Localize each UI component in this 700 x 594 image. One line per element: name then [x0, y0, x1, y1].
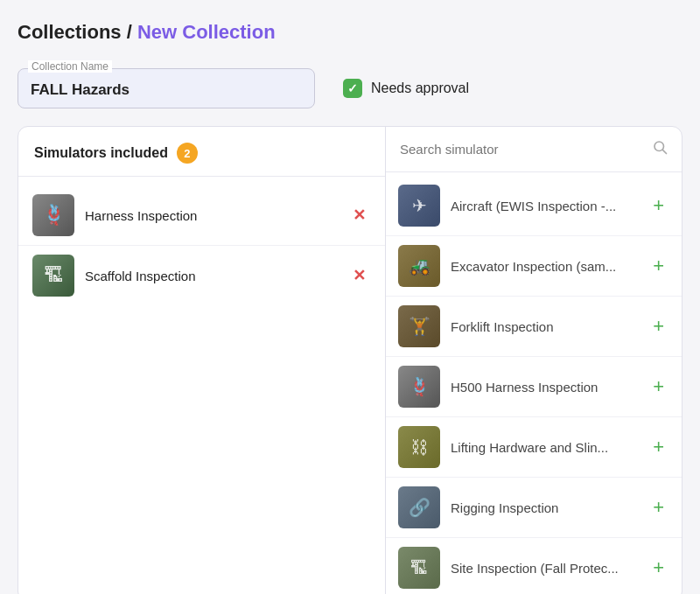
add-h500-button[interactable]: + [648, 375, 669, 398]
site-thumbnail: 🏗 [398, 547, 440, 589]
forklift-name: Forklift Inspection [451, 319, 637, 334]
available-list: ✈ Aircraft (EWIS Inspection -... + 🚜 Exc… [386, 172, 682, 594]
list-item: 🏗 Scaffold Inspection ✕ [18, 246, 385, 305]
remove-scaffold-button[interactable]: ✕ [347, 262, 371, 289]
list-item: 🏗 Site Inspection (Fall Protec... + [386, 538, 682, 594]
svg-line-1 [662, 150, 666, 153]
left-panel: Simulators included 2 🪢 Harness Inspecti… [18, 127, 386, 594]
search-input[interactable] [400, 142, 645, 157]
h500-thumbnail: 🪢 [398, 366, 440, 408]
add-rigging-button[interactable]: + [648, 496, 669, 519]
search-icon [652, 139, 668, 159]
excavator-name: Excavator Inspection (sam... [451, 259, 637, 274]
top-section: Collection Name Needs approval [18, 68, 682, 108]
remove-harness-button[interactable]: ✕ [347, 202, 371, 228]
left-panel-header: Simulators included 2 [18, 127, 385, 177]
forklift-thumbnail: 🏋 [398, 305, 440, 347]
harness-thumbnail: 🪢 [32, 194, 74, 236]
breadcrumb: Collections / New Collection [18, 21, 682, 44]
needs-approval-label: Needs approval [371, 80, 469, 96]
aircraft-thumbnail: ✈ [398, 185, 440, 227]
h500-name: H500 Harness Inspection [451, 380, 637, 395]
excavator-thumbnail: 🚜 [398, 245, 440, 287]
needs-approval-section: Needs approval [343, 79, 469, 98]
harness-name: Harness Inspection [85, 208, 337, 223]
collection-name-wrapper: Collection Name [18, 68, 315, 108]
breadcrumb-highlight: New Collection [137, 21, 276, 43]
needs-approval-checkbox[interactable] [343, 79, 362, 98]
breadcrumb-prefix: Collections / [18, 21, 137, 43]
add-site-button[interactable]: + [648, 556, 669, 579]
add-lifting-button[interactable]: + [648, 436, 669, 458]
simulator-list: 🪢 Harness Inspection ✕ 🏗 Scaffold Inspec… [18, 177, 385, 314]
aircraft-name: Aircraft (EWIS Inspection -... [451, 199, 637, 213]
scaffold-thumbnail: 🏗 [32, 255, 74, 297]
add-excavator-button[interactable]: + [648, 255, 669, 277]
main-panel: Simulators included 2 🪢 Harness Inspecti… [18, 126, 682, 594]
list-item: 🪢 Harness Inspection ✕ [18, 185, 385, 246]
list-item: 🏋 Forklift Inspection + [386, 297, 682, 357]
list-item: ✈ Aircraft (EWIS Inspection -... + [386, 176, 682, 236]
list-item: 🪢 H500 Harness Inspection + [386, 357, 682, 417]
scaffold-name: Scaffold Inspection [85, 269, 337, 283]
site-name: Site Inspection (Fall Protec... [451, 561, 637, 576]
lifting-thumbnail: ⛓ [398, 426, 440, 468]
rigging-thumbnail: 🔗 [398, 486, 440, 528]
rigging-name: Rigging Inspection [451, 500, 637, 515]
right-panel: ✈ Aircraft (EWIS Inspection -... + 🚜 Exc… [386, 127, 682, 594]
list-item: 🚜 Excavator Inspection (sam... + [386, 236, 682, 297]
collection-name-input[interactable] [18, 68, 315, 108]
add-forklift-button[interactable]: + [648, 315, 669, 338]
lifting-name: Lifting Hardware and Slin... [451, 440, 637, 455]
list-item: 🔗 Rigging Inspection + [386, 478, 682, 538]
search-wrapper [386, 127, 682, 172]
simulator-count-badge: 2 [177, 143, 198, 164]
list-item: ⛓ Lifting Hardware and Slin... + [386, 417, 682, 478]
left-panel-title: Simulators included [34, 145, 168, 161]
add-aircraft-button[interactable]: + [648, 194, 669, 217]
